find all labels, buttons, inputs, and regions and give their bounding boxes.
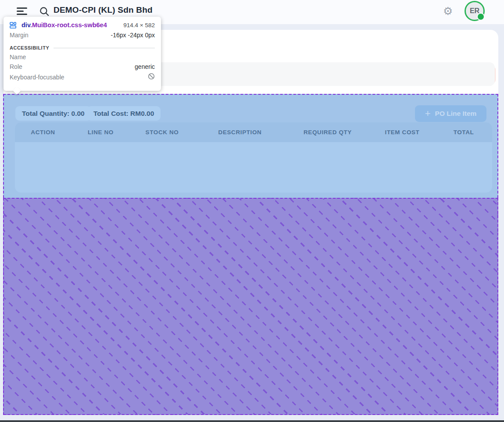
- devtools-inspect-tooltip: div.MuiBox-root.css-swb6e4 914.4 × 582 M…: [4, 17, 161, 91]
- app-window: ✓ Save ✕ Cancel Ship / Bill To PO Line: [0, 0, 504, 422]
- column-header: ITEM COST: [369, 129, 435, 136]
- column-header: ACTION: [15, 129, 71, 136]
- column-header: STOCK NO: [130, 129, 194, 136]
- element-tag: div: [21, 21, 30, 29]
- avatar[interactable]: ER: [465, 1, 485, 21]
- online-status-dot: [477, 13, 485, 21]
- search-icon[interactable]: [39, 6, 50, 17]
- a11y-keyboard-row: Keyboard-focusable: [4, 72, 161, 82]
- column-header: REQUIRED QTY: [286, 129, 369, 136]
- total-cost-chip: Total Cost: RM0.00: [87, 106, 161, 121]
- total-quantity-text: Total Quantity: 0.00: [22, 110, 85, 118]
- margin-label: Margin: [10, 32, 29, 39]
- selected-element-selector: div.MuiBox-root.css-swb6e4: [21, 21, 107, 29]
- po-line-table: ACTION LINE NO STOCK NO DESCRIPTION REQU…: [15, 122, 492, 193]
- gear-icon[interactable]: ⚙: [443, 4, 453, 18]
- element-dimensions: 914.4 × 582: [123, 22, 155, 29]
- total-quantity-chip: Total Quantity: 0.00: [15, 106, 91, 121]
- divider: [54, 48, 155, 48]
- accessibility-section-heading: ACCESSIBILITY: [4, 40, 161, 52]
- a11y-role-value: generic: [135, 63, 155, 70]
- a11y-role-row: Role generic: [4, 62, 161, 72]
- element-classes: .MuiBox-root.css-swb6e4: [30, 21, 107, 29]
- add-po-line-item-label: PO Line Item: [435, 110, 477, 118]
- a11y-name-row: Name: [4, 52, 161, 62]
- total-cost-text: Total Cost: RM0.00: [93, 110, 154, 118]
- not-focusable-icon: [148, 73, 155, 81]
- hamburger-menu-icon[interactable]: [17, 7, 27, 16]
- po-line-table-header: ACTION LINE NO STOCK NO DESCRIPTION REQU…: [15, 122, 492, 142]
- plus-icon: +: [425, 109, 431, 118]
- add-po-line-item-button[interactable]: + PO Line Item: [415, 105, 486, 122]
- company-title: DEMO-CPI (KL) Sdn Bhd: [54, 5, 153, 15]
- tooltip-selector-row: div.MuiBox-root.css-swb6e4 914.4 × 582: [4, 17, 161, 30]
- window-bottom-edge: [0, 420, 504, 422]
- column-header: TOTAL: [435, 129, 492, 136]
- column-header: DESCRIPTION: [194, 129, 286, 136]
- a11y-role-label: Role: [10, 63, 22, 70]
- devtools-margin-highlight: [3, 198, 498, 415]
- a11y-name-label: Name: [10, 54, 26, 61]
- accessibility-heading-text: ACCESSIBILITY: [10, 45, 49, 50]
- a11y-keyboard-label: Keyboard-focusable: [10, 74, 64, 81]
- margin-value: -16px -24px 0px: [111, 32, 155, 39]
- column-header: LINE NO: [71, 129, 130, 136]
- element-badge-icon: [10, 22, 18, 29]
- margin-row: Margin -16px -24px 0px: [4, 30, 161, 40]
- devtools-content-highlight: Total Quantity: 0.00 Total Cost: RM0.00 …: [3, 94, 498, 198]
